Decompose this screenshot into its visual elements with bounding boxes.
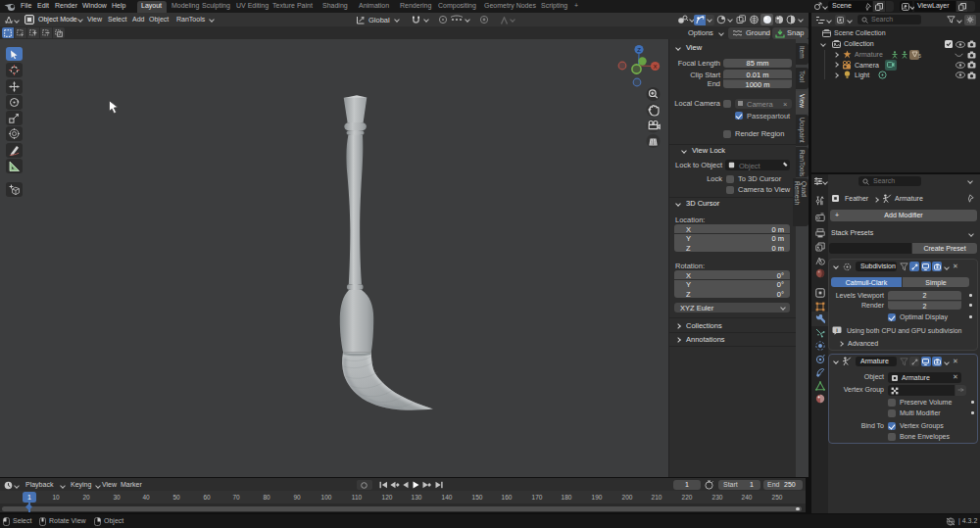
svg-text:Z: Z	[637, 47, 641, 53]
svg-text:X: X	[653, 64, 657, 70]
